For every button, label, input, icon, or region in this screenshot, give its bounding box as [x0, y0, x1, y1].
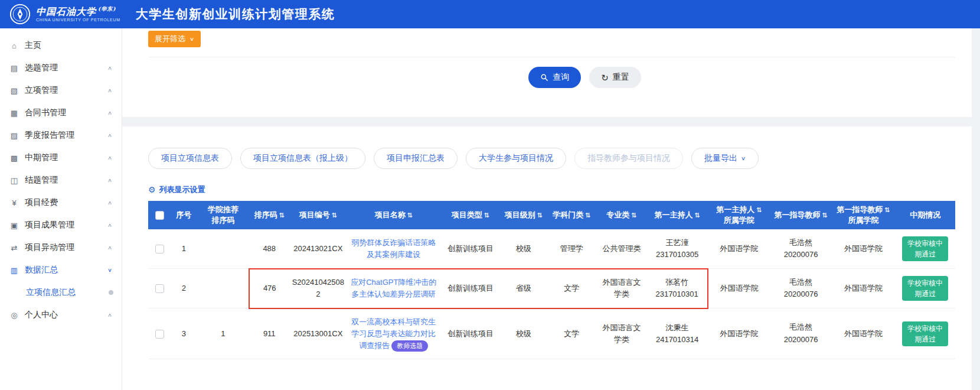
sort-icon[interactable]: ⇅: [279, 212, 285, 219]
row-checkbox[interactable]: [155, 284, 164, 293]
sidebar-item-quarterly-report[interactable]: ▨ 季度报告管理 ∧: [0, 124, 122, 147]
achievements-icon: ▣: [9, 221, 19, 230]
reset-button[interactable]: ↻ 重置: [589, 67, 641, 88]
chevron-up-icon: ∧: [107, 110, 112, 116]
column-header-midterm-status: 中期情况: [895, 201, 955, 229]
sidebar-item-topic-management[interactable]: ▤ 选题管理 ∧: [0, 57, 122, 79]
sort-icon[interactable]: ⇅: [756, 206, 762, 213]
project-name-link[interactable]: 弱势群体反诈骗话语策略及其案例库建设: [351, 238, 436, 259]
tab-student-participation[interactable]: 大学生参与项目情况: [466, 148, 566, 169]
page-title: 大学生创新创业训练计划管理系统: [136, 6, 335, 22]
cell-teacher-college: 外国语学院: [831, 308, 895, 359]
sort-icon[interactable]: ⇅: [332, 212, 337, 219]
sidebar-item-midterm-management[interactable]: ▩ 中期管理 ∧: [0, 147, 122, 169]
sidebar-item-change-management[interactable]: ⇄ 项目异动管理 ∧: [0, 236, 122, 259]
display-settings-link[interactable]: ⚙ 列表显示设置: [148, 184, 205, 195]
sidebar-item-achievements-management[interactable]: ▣ 项目成果管理 ∧: [0, 214, 122, 236]
approval-icon: ▧: [9, 86, 19, 95]
sort-icon[interactable]: ⇅: [537, 212, 543, 219]
university-emblem-icon: [9, 4, 31, 25]
report-tabs: 项目立项信息表 项目立项信息表（报上级） 项目申报汇总表 大学生参与项目情况 指…: [148, 148, 955, 169]
tab-teacher-participation: 指导教师参与项目情况: [574, 148, 683, 169]
sort-icon[interactable]: ⇅: [407, 212, 413, 219]
sidebar-item-personal-center[interactable]: ◎ 个人中心 ∧: [0, 304, 122, 326]
cell-sort-code: 476: [249, 269, 289, 308]
cell-leader: 张茗竹 2317010301: [646, 269, 708, 308]
sort-icon[interactable]: ⇅: [631, 212, 636, 219]
column-header-select: [148, 201, 171, 229]
row-checkbox[interactable]: [155, 245, 164, 254]
project-name-link[interactable]: 应对ChatGPT降维冲击的多主体认知差异分层调研: [351, 278, 436, 298]
cell-select: [148, 229, 171, 269]
cell-sort-code: 911: [249, 308, 289, 359]
column-header-discipline[interactable]: 学科门类⇅: [547, 201, 597, 229]
cell-college-rank: 1: [197, 308, 250, 359]
sidebar-item-conclusion-management[interactable]: ◫ 结题管理 ∧: [0, 169, 122, 191]
table-row-highlighted: 2 476 S202410425082 应对ChatGPT降维冲击的多主体认知差…: [148, 269, 955, 308]
sidebar-item-home[interactable]: ⌂ 主页: [0, 34, 122, 57]
table-header-row: 序号 学院推荐 排序码 排序码⇅ 项目编号⇅ 项目名称⇅ 项目类型⇅ 项目级别⇅…: [148, 201, 955, 229]
column-header-leader-college[interactable]: 第一主持人⇅ 所属学院: [708, 201, 770, 229]
chevron-down-icon: ∨: [107, 267, 112, 273]
active-indicator-dot: [109, 290, 113, 295]
report-icon: ▨: [9, 131, 19, 140]
tab-project-approval-info[interactable]: 项目立项信息表: [148, 148, 232, 169]
cell-leader-college: 外国语学院: [708, 269, 770, 308]
sort-icon[interactable]: ⇅: [822, 212, 827, 219]
funds-icon: ¥: [9, 199, 19, 207]
cell-teacher-college: 外国语学院: [831, 269, 895, 308]
cell-seq: 1: [171, 229, 197, 269]
tab-project-application-summary[interactable]: 项目申报汇总表: [374, 148, 458, 169]
divider: [148, 57, 955, 57]
column-header-leader[interactable]: 第一主持人⇅: [646, 201, 708, 229]
home-icon: ⌂: [9, 41, 19, 50]
cell-project-type: 创新训练项目: [440, 308, 501, 359]
cell-teacher: 毛浩然 20200076: [770, 308, 832, 359]
cell-select: [148, 269, 171, 308]
filter-actions: 查询 ↻ 重置: [181, 67, 980, 88]
cell-select: [148, 308, 171, 359]
teacher-topic-badge: 教师选题: [391, 340, 428, 352]
column-header-project-code[interactable]: 项目编号⇅: [289, 201, 347, 229]
cell-leader-college: 外国语学院: [708, 229, 770, 269]
cell-college-rank: [197, 269, 250, 308]
cell-major-class: 外国语言文学类: [597, 269, 647, 308]
select-all-checkbox[interactable]: [155, 211, 164, 220]
cell-major-class: 外国语言文学类: [597, 308, 647, 359]
column-header-project-type[interactable]: 项目类型⇅: [440, 201, 501, 229]
cell-seq: 2: [171, 269, 197, 308]
refresh-icon: ↻: [601, 73, 609, 82]
search-icon: [540, 73, 548, 82]
chevron-up-icon: ∧: [107, 177, 112, 183]
sort-icon[interactable]: ⇅: [484, 212, 489, 219]
chevron-up-icon: ∧: [107, 222, 112, 228]
column-header-teacher[interactable]: 第一指导教师⇅: [770, 201, 832, 229]
column-header-project-name[interactable]: 项目名称⇅: [347, 201, 440, 229]
tab-project-approval-info-superior[interactable]: 项目立项信息表（报上级）: [240, 148, 365, 169]
contract-icon: ▦: [9, 109, 19, 118]
column-header-project-level[interactable]: 项目级别⇅: [501, 201, 547, 229]
conclusion-icon: ◫: [9, 176, 19, 185]
batch-export-button[interactable]: 批量导出∨: [691, 148, 759, 169]
cell-project-level: 校级: [501, 229, 547, 269]
cell-teacher: 毛浩然 20200076: [770, 229, 832, 269]
cell-discipline: 文学: [547, 308, 597, 359]
chevron-down-icon: ∨: [741, 155, 746, 161]
midterm-icon: ▩: [9, 154, 19, 162]
column-header-teacher-college[interactable]: 第一指导教师⇅ 所属学院: [831, 201, 895, 229]
sort-icon[interactable]: ⇅: [585, 212, 590, 219]
sidebar-item-approval-info-summary[interactable]: 立项信息汇总: [0, 281, 122, 304]
sidebar-item-project-funds[interactable]: ¥ 项目经费 ∧: [0, 191, 122, 214]
sidebar-item-project-approval[interactable]: ▧ 立项管理 ∧: [0, 79, 122, 102]
expand-filter-button[interactable]: 展开筛选 ∨: [148, 31, 201, 47]
sidebar-item-data-summary[interactable]: ▥ 数据汇总 ∨: [0, 259, 122, 281]
table-row: 3 1 911 202513001CX 双一流高校本科与研究生学习反思与表达能力…: [148, 308, 955, 359]
search-button[interactable]: 查询: [528, 67, 581, 88]
sidebar-item-contract-management[interactable]: ▦ 合同书管理 ∧: [0, 102, 122, 124]
column-header-major-class[interactable]: 专业类⇅: [597, 201, 647, 229]
sort-icon[interactable]: ⇅: [884, 206, 890, 213]
row-checkbox[interactable]: [155, 330, 164, 339]
sort-icon[interactable]: ⇅: [694, 212, 700, 219]
chevron-up-icon: ∧: [107, 200, 112, 206]
column-header-sort-code[interactable]: 排序码⇅: [249, 201, 289, 229]
